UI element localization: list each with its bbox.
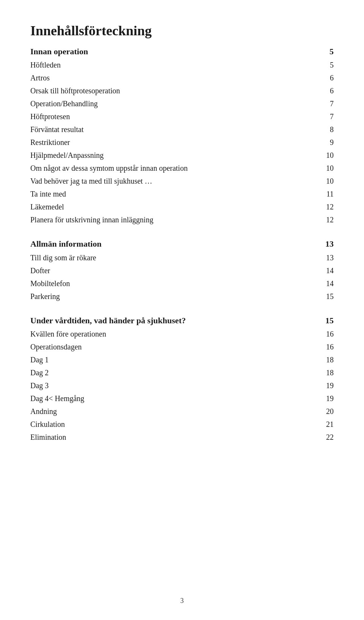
toc-item-1-1: Dofter14 xyxy=(30,264,334,277)
toc-item-page-0-3: 7 xyxy=(318,98,334,110)
toc-item-2-0: Kvällen före operationen16 xyxy=(30,327,334,340)
toc-item-page-0-10: 11 xyxy=(318,188,334,200)
toc-header-page-2: 15 xyxy=(318,314,334,327)
toc-item-label-0-0: Höftleden xyxy=(30,59,318,71)
toc-item-0-5: Förväntat resultat8 xyxy=(30,123,334,136)
toc-header-label-0: Innan operation xyxy=(30,45,318,58)
toc-header-page-1: 13 xyxy=(318,237,334,250)
toc-item-label-0-3: Operation/Behandling xyxy=(30,98,318,110)
toc-item-label-0-1: Artros xyxy=(30,72,318,84)
toc-item-page-1-2: 14 xyxy=(318,277,334,290)
toc-item-label-1-0: Till dig som är rökare xyxy=(30,252,318,264)
toc-item-0-8: Om något av dessa symtom uppstår innan o… xyxy=(30,162,334,175)
toc-item-1-0: Till dig som är rökare13 xyxy=(30,251,334,264)
toc-item-page-0-7: 10 xyxy=(318,149,334,161)
toc-item-0-10: Ta inte med11 xyxy=(30,187,334,200)
toc-item-2-7: Cirkulation21 xyxy=(30,418,334,431)
toc-item-page-2-5: 19 xyxy=(318,392,334,404)
toc-item-label-2-1: Operationsdagen xyxy=(30,341,318,353)
toc-item-2-6: Andning20 xyxy=(30,405,334,418)
toc-item-1-2: Mobiltelefon14 xyxy=(30,277,334,290)
toc-container: Innan operation5Höftleden5Artros6Orsak t… xyxy=(30,44,334,444)
toc-item-page-0-12: 12 xyxy=(318,214,334,226)
toc-item-0-7: Hjälpmedel/Anpassning10 xyxy=(30,149,334,162)
toc-item-0-6: Restriktioner9 xyxy=(30,136,334,149)
toc-item-1-3: Parkering15 xyxy=(30,290,334,303)
toc-item-2-3: Dag 218 xyxy=(30,366,334,379)
toc-item-0-11: Läkemedel12 xyxy=(30,200,334,213)
toc-item-2-5: Dag 4< Hemgång19 xyxy=(30,392,334,405)
toc-item-label-1-1: Dofter xyxy=(30,264,318,277)
toc-item-label-2-8: Elimination xyxy=(30,431,318,443)
toc-item-page-2-1: 16 xyxy=(318,341,334,353)
toc-section-header-0: Innan operation5 xyxy=(30,44,334,58)
toc-item-label-0-5: Förväntat resultat xyxy=(30,123,318,135)
toc-item-page-2-3: 18 xyxy=(318,367,334,379)
page-footer: 3 xyxy=(0,597,364,605)
toc-item-label-0-10: Ta inte med xyxy=(30,188,318,200)
toc-item-0-3: Operation/Behandling7 xyxy=(30,97,334,110)
toc-item-page-1-1: 14 xyxy=(318,264,334,277)
toc-item-label-2-6: Andning xyxy=(30,405,318,417)
toc-item-0-9: Vad behöver jag ta med till sjukhuset …1… xyxy=(30,175,334,187)
toc-item-label-2-2: Dag 1 xyxy=(30,354,318,366)
toc-item-page-0-6: 9 xyxy=(318,136,334,148)
toc-item-label-0-11: Läkemedel xyxy=(30,201,318,213)
toc-item-page-1-3: 15 xyxy=(318,290,334,302)
toc-item-page-2-8: 22 xyxy=(318,431,334,443)
toc-section-1: Allmän information13Till dig som är röka… xyxy=(30,237,334,302)
toc-header-label-1: Allmän information xyxy=(30,237,318,250)
toc-item-label-1-3: Parkering xyxy=(30,290,318,302)
toc-section-header-2: Under vårdtiden, vad händer på sjukhuset… xyxy=(30,313,334,327)
toc-item-page-0-4: 7 xyxy=(318,110,334,123)
toc-item-0-2: Orsak till höftprotesoperation6 xyxy=(30,84,334,97)
toc-item-page-2-2: 18 xyxy=(318,354,334,366)
toc-item-0-4: Höftprotesen7 xyxy=(30,110,334,123)
toc-item-page-0-11: 12 xyxy=(318,201,334,213)
toc-item-label-0-9: Vad behöver jag ta med till sjukhuset … xyxy=(30,175,318,187)
toc-item-2-4: Dag 319 xyxy=(30,379,334,392)
toc-item-label-2-5: Dag 4< Hemgång xyxy=(30,392,318,404)
toc-item-0-12: Planera för utskrivning innan inläggning… xyxy=(30,213,334,226)
toc-section-0: Innan operation5Höftleden5Artros6Orsak t… xyxy=(30,44,334,226)
toc-item-label-0-6: Restriktioner xyxy=(30,136,318,148)
toc-item-page-0-8: 10 xyxy=(318,162,334,174)
toc-item-page-0-9: 10 xyxy=(318,175,334,187)
toc-item-label-2-3: Dag 2 xyxy=(30,367,318,379)
toc-item-label-2-4: Dag 3 xyxy=(30,379,318,392)
toc-item-label-0-4: Höftprotesen xyxy=(30,110,318,123)
toc-item-label-2-7: Cirkulation xyxy=(30,418,318,430)
toc-item-label-2-0: Kvällen före operationen xyxy=(30,328,318,340)
toc-section-header-1: Allmän information13 xyxy=(30,237,334,251)
toc-item-page-0-2: 6 xyxy=(318,85,334,97)
toc-item-2-2: Dag 118 xyxy=(30,353,334,366)
toc-item-0-0: Höftleden5 xyxy=(30,58,334,71)
toc-item-page-2-4: 19 xyxy=(318,379,334,392)
toc-item-2-1: Operationsdagen16 xyxy=(30,340,334,353)
toc-item-label-0-7: Hjälpmedel/Anpassning xyxy=(30,149,318,161)
toc-header-page-0: 5 xyxy=(318,45,334,58)
toc-item-label-0-12: Planera för utskrivning innan inläggning xyxy=(30,214,318,226)
toc-item-page-0-1: 6 xyxy=(318,72,334,84)
toc-item-label-1-2: Mobiltelefon xyxy=(30,277,318,290)
toc-item-label-0-2: Orsak till höftprotesoperation xyxy=(30,85,318,97)
toc-item-label-0-8: Om något av dessa symtom uppstår innan o… xyxy=(30,162,318,174)
toc-item-page-2-7: 21 xyxy=(318,418,334,430)
toc-item-page-2-0: 16 xyxy=(318,328,334,340)
toc-item-page-0-5: 8 xyxy=(318,123,334,135)
page-title: Innehållsförteckning xyxy=(30,23,334,39)
toc-item-0-1: Artros6 xyxy=(30,71,334,84)
toc-header-label-2: Under vårdtiden, vad händer på sjukhuset… xyxy=(30,314,318,327)
toc-item-page-1-0: 13 xyxy=(318,252,334,264)
toc-item-2-8: Elimination22 xyxy=(30,431,334,444)
toc-section-2: Under vårdtiden, vad händer på sjukhuset… xyxy=(30,313,334,444)
toc-item-page-0-0: 5 xyxy=(318,59,334,71)
toc-item-page-2-6: 20 xyxy=(318,405,334,417)
